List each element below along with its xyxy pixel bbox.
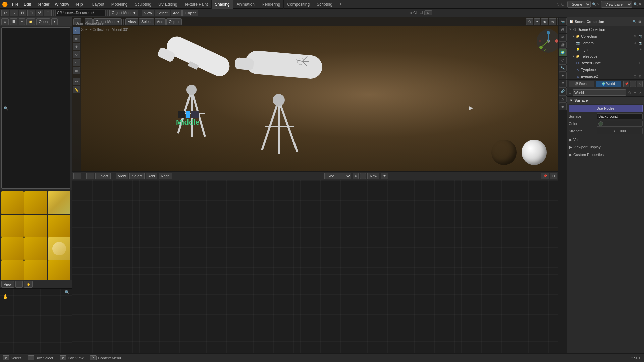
- menu-help[interactable]: Help: [72, 0, 86, 9]
- undo-btn[interactable]: ↩: [1, 10, 9, 16]
- world-settings-icon[interactable]: ✕: [638, 90, 643, 95]
- props-data-btn[interactable]: △: [559, 95, 567, 103]
- node-type-icon[interactable]: ⬡: [73, 173, 81, 179]
- menu-window[interactable]: Window: [52, 0, 72, 9]
- viewport-display-collapse[interactable]: ▶ Viewport Display: [567, 143, 644, 151]
- props-material-btn[interactable]: ◉: [559, 103, 567, 110]
- redo-btn[interactable]: →: [10, 10, 18, 16]
- use-nodes-btn[interactable]: Use Nodes: [569, 105, 643, 112]
- node-new-btn[interactable]: New: [367, 173, 379, 179]
- eyepiece2-icon-a[interactable]: ⊡: [633, 74, 637, 79]
- tab-shading[interactable]: Shading: [212, 0, 233, 9]
- slot-dropdown[interactable]: Slot: [324, 173, 351, 179]
- outliner-light[interactable]: 💡 Light 👁: [567, 46, 644, 53]
- surface-header[interactable]: ▼ Surface: [567, 97, 644, 104]
- world-name-input[interactable]: [573, 89, 626, 96]
- slot-plus-btn[interactable]: +: [360, 173, 366, 179]
- node-add-btn[interactable]: Add: [146, 173, 157, 179]
- surface-sub-value[interactable]: Background: [597, 113, 643, 119]
- bezier-more-icon[interactable]: ⊡: [633, 61, 637, 65]
- tab-add[interactable]: +: [336, 0, 345, 9]
- mode-dropdown[interactable]: Object Mode ▾: [109, 10, 138, 16]
- asset-thumb-7[interactable]: [1, 237, 24, 260]
- select-btn[interactable]: Select: [155, 10, 170, 16]
- asset-thumb-4[interactable]: [1, 215, 24, 237]
- node-object-icon[interactable]: ⬡: [86, 173, 94, 179]
- outliner-telescope[interactable]: ▼ 📁 Telescope: [567, 53, 644, 60]
- tab-layout[interactable]: Layout: [89, 0, 108, 9]
- world-btn[interactable]: 🌍 World: [596, 81, 622, 87]
- outliner-scene-collection[interactable]: ▼ ⬡ Scene Collection: [567, 26, 644, 33]
- outliner-collection[interactable]: ▼ 📁 Collection 👁 📷: [567, 33, 644, 40]
- slot-link-btn[interactable]: ⊕: [353, 173, 359, 179]
- asset-more-btn[interactable]: ▾: [51, 18, 58, 25]
- menu-render[interactable]: Render: [34, 0, 52, 9]
- props-output-btn[interactable]: 🖨: [559, 26, 567, 33]
- color-dot-icon[interactable]: [598, 121, 603, 126]
- props-render-btn[interactable]: 📷: [559, 18, 567, 25]
- tab-modeling[interactable]: Modeling: [108, 0, 131, 9]
- asset-search[interactable]: [1, 27, 70, 189]
- props-modifier-btn[interactable]: 🔧: [559, 64, 567, 72]
- node-list-small[interactable]: ☰: [15, 281, 23, 288]
- scene-btn[interactable]: 🎬 Scene: [569, 81, 594, 87]
- tab-compositing[interactable]: Compositing: [284, 0, 313, 9]
- asset-thumb-5[interactable]: [24, 215, 47, 237]
- node-view-small[interactable]: View: [1, 281, 14, 288]
- node-pin-btn[interactable]: 📌: [541, 173, 549, 179]
- node-object-btn[interactable]: Object: [95, 173, 111, 179]
- nav-circle[interactable]: X Z Y: [537, 29, 560, 53]
- node-view-btn[interactable]: View: [116, 173, 128, 179]
- custom-props-collapse[interactable]: ▶ Custom Properties: [567, 151, 644, 158]
- volume-collapse[interactable]: ▶ Volume: [567, 136, 644, 143]
- view-btn[interactable]: View: [142, 10, 154, 16]
- outliner-beziercurve[interactable]: ⬡ BezierCurve ⊡ ⊡: [567, 60, 644, 66]
- filepath-input[interactable]: [55, 10, 106, 16]
- tab-animation[interactable]: Animation: [233, 0, 258, 9]
- light-eye-icon[interactable]: 👁: [638, 47, 643, 52]
- scene-selector[interactable]: Scene: [567, 1, 591, 8]
- node-canvas-main[interactable]: [72, 180, 567, 353]
- outliner-filter-icon[interactable]: ⊡: [637, 19, 642, 24]
- toolbar-btn-4[interactable]: ⊡: [27, 10, 35, 16]
- props-view-btn[interactable]: 👁: [559, 34, 567, 41]
- color-box-cyan[interactable]: [186, 111, 190, 118]
- world-delete-btn[interactable]: ✕: [637, 81, 643, 87]
- world-pin-btn[interactable]: 📌: [623, 81, 629, 87]
- color-box-navy[interactable]: [191, 111, 199, 118]
- tab-rendering[interactable]: Rendering: [258, 0, 284, 9]
- sphere-env-preview[interactable]: [491, 140, 517, 165]
- outliner-eyepiece2[interactable]: △ Eyepiece2 ⊡ ⊡: [567, 73, 644, 80]
- node-node-btn[interactable]: Node: [159, 173, 172, 179]
- props-particles-btn[interactable]: ✦: [559, 72, 567, 79]
- viewlayer-selector[interactable]: View Layer: [601, 1, 632, 8]
- collection-eye-icon[interactable]: 👁: [633, 34, 637, 39]
- asset-thumb-6[interactable]: [48, 215, 70, 237]
- bezier-extra-icon[interactable]: ⊡: [638, 61, 643, 65]
- node-cursor-small[interactable]: ✋: [24, 281, 33, 288]
- menu-file[interactable]: File: [9, 0, 21, 9]
- object-btn[interactable]: Object: [182, 10, 198, 16]
- strength-value[interactable]: ● 1.000: [597, 128, 643, 134]
- node-overlay-btn[interactable]: ⊡: [550, 173, 557, 179]
- color-box-dark[interactable]: [178, 111, 185, 118]
- toolbar-btn-3[interactable]: ⊡: [19, 10, 26, 16]
- collection-render-icon[interactable]: 📷: [638, 34, 643, 39]
- asset-view-btn[interactable]: ⊞: [1, 18, 9, 25]
- props-object-btn[interactable]: ⬡: [559, 57, 567, 64]
- outliner-camera[interactable]: 📷 Camera 👁 📷: [567, 40, 644, 46]
- props-constraint-btn[interactable]: 🔗: [559, 87, 567, 95]
- camera-eye-icon[interactable]: 👁: [633, 41, 637, 45]
- color-value[interactable]: [597, 121, 643, 127]
- main-viewport[interactable]: ⬡ ⬡ Object Mode ▾ View Select Add Object…: [72, 17, 567, 172]
- viewport-node-divider[interactable]: [72, 171, 558, 172]
- world-user-icon[interactable]: +: [633, 90, 637, 95]
- asset-thumb-3[interactable]: [48, 191, 70, 214]
- props-physics-btn[interactable]: ⚙: [559, 80, 567, 87]
- add-btn[interactable]: Add: [171, 10, 182, 16]
- outliner-search-icon[interactable]: 🔍: [632, 19, 637, 24]
- eyepiece2-icon-b[interactable]: ⊡: [638, 74, 643, 79]
- props-world-btn active[interactable]: 🌍: [559, 49, 567, 56]
- toolbar-btn-5[interactable]: ↺: [36, 10, 43, 16]
- props-scene-btn[interactable]: 🎬: [559, 41, 567, 49]
